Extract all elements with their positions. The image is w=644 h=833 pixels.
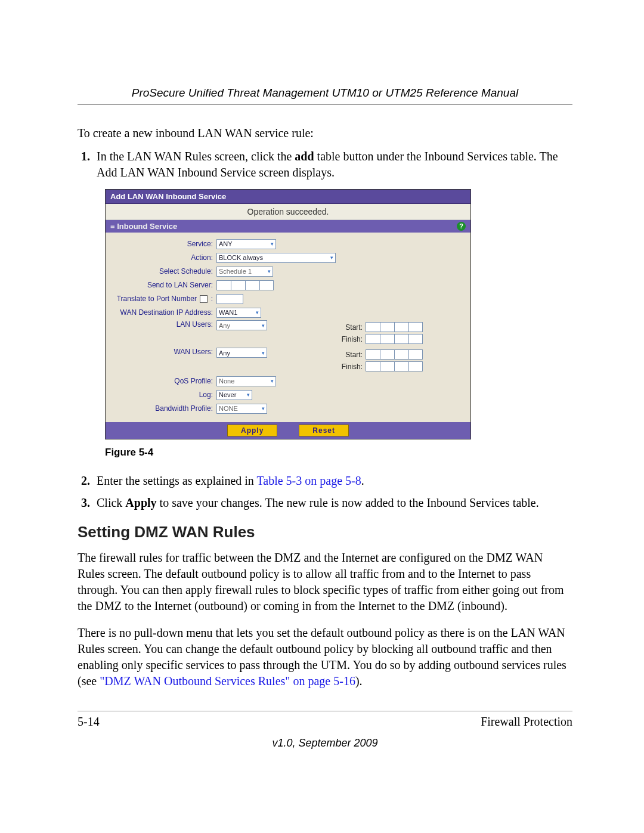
step2-pre: Enter the settings as explained in — [97, 474, 256, 487]
para-2: There is no pull-down menu that lets you… — [78, 625, 572, 689]
running-header: ProSecure Unified Threat Management UTM1… — [78, 86, 572, 100]
step-3: Click Apply to save your changes. The ne… — [93, 495, 572, 511]
step3-bold: Apply — [125, 496, 156, 509]
label-wan-dest: WAN Destination IP Address: — [112, 308, 216, 317]
select-lan-users[interactable]: Any▾ — [216, 320, 267, 330]
checkbox-translate[interactable] — [200, 295, 208, 303]
version-line: v1.0, September 2009 — [78, 737, 572, 750]
label-action: Action: — [112, 253, 216, 262]
select-log[interactable]: Never▾ — [216, 390, 252, 400]
input-translate-port[interactable] — [216, 294, 243, 304]
label-wan-users: WAN Users: — [112, 348, 216, 356]
steps-list: In the LAN WAN Rules screen, click the a… — [78, 148, 572, 181]
select-wan-dest[interactable]: WAN1▾ — [216, 308, 261, 318]
input-wan-finish-ip[interactable] — [366, 361, 423, 371]
label-qos: QoS Profile: — [112, 377, 216, 385]
input-wan-start-ip[interactable] — [366, 349, 423, 360]
section-header: ≡ Inbound Service ? — [106, 220, 470, 233]
form-body: Service: ANY▾ Action: BLOCK always▾ Sele… — [106, 233, 470, 422]
steps-list-cont: Enter the settings as explained in Table… — [78, 473, 572, 511]
chevron-down-icon: ▾ — [271, 241, 274, 247]
help-icon[interactable]: ? — [457, 222, 466, 231]
chapter-label: Firewall Protection — [481, 715, 572, 729]
section-heading: Setting DMZ WAN Rules — [78, 523, 572, 541]
label-translate: Translate to Port Number : — [112, 295, 216, 303]
chevron-down-icon: ▾ — [262, 323, 265, 329]
figure-add-lan-wan-inbound: Add LAN WAN Inbound Service Operation su… — [105, 189, 471, 439]
button-bar: Apply Reset — [106, 422, 470, 439]
para-1: The firewall rules for traffic between t… — [78, 550, 572, 614]
chevron-down-icon: ▾ — [262, 350, 265, 356]
input-lan-finish-ip[interactable] — [366, 334, 423, 344]
input-lan-start-ip[interactable] — [366, 322, 423, 332]
page-number: 5-14 — [78, 715, 100, 729]
step3-post: to save your changes. The new rule is no… — [157, 496, 539, 509]
label-bandwidth: Bandwidth Profile: — [112, 404, 216, 413]
step-2: Enter the settings as explained in Table… — [93, 473, 572, 489]
chevron-down-icon: ▾ — [247, 392, 250, 398]
step-1: In the LAN WAN Rules screen, click the a… — [93, 148, 572, 181]
select-schedule[interactable]: Schedule 1▾ — [216, 267, 273, 277]
label-wan-finish: Finish: — [336, 363, 366, 371]
chevron-down-icon: ▾ — [256, 309, 259, 315]
step3-pre: Click — [97, 496, 125, 509]
chevron-down-icon: ▾ — [268, 268, 271, 274]
intro-text: To create a new inbound LAN WAN service … — [78, 126, 572, 140]
footer-rule — [78, 711, 572, 711]
label-service: Service: — [112, 240, 216, 248]
label-send-lan: Send to LAN Server: — [112, 281, 216, 289]
label-log: Log: — [112, 391, 216, 399]
figure-caption: Figure 5-4 — [105, 447, 572, 459]
xref-table-5-3[interactable]: Table 5-3 on page 5-8 — [256, 474, 361, 487]
para2-post: ). — [355, 674, 363, 688]
step2-post: . — [361, 474, 364, 487]
step1-bold: add — [295, 150, 314, 163]
reset-button[interactable]: Reset — [299, 425, 349, 436]
select-bandwidth[interactable]: NONE▾ — [216, 404, 267, 414]
select-service[interactable]: ANY▾ — [216, 239, 276, 249]
label-schedule: Select Schedule: — [112, 267, 216, 275]
label-wan-start: Start: — [336, 351, 366, 359]
chevron-down-icon: ▾ — [271, 378, 274, 384]
select-qos[interactable]: None▾ — [216, 376, 276, 386]
select-wan-users[interactable]: Any▾ — [216, 348, 267, 358]
label-lan-users: LAN Users: — [112, 320, 216, 329]
apply-button[interactable]: Apply — [227, 425, 277, 436]
header-rule — [78, 104, 572, 105]
chevron-down-icon: ▾ — [330, 255, 333, 261]
xref-dmz-wan-outbound[interactable]: "DMZ WAN Outbound Services Rules" on pag… — [100, 674, 355, 688]
input-send-lan-ip[interactable] — [216, 280, 274, 290]
section-title-text: ≡ Inbound Service — [110, 222, 177, 231]
status-message: Operation succeeded. — [106, 204, 470, 220]
label-lan-finish: Finish: — [336, 335, 366, 343]
step1-pre: In the LAN WAN Rules screen, click the — [97, 150, 295, 163]
footer: 5-14 Firewall Protection — [78, 715, 572, 729]
window-title: Add LAN WAN Inbound Service — [106, 190, 470, 204]
label-lan-start: Start: — [336, 323, 366, 332]
chevron-down-icon: ▾ — [262, 405, 265, 411]
select-action[interactable]: BLOCK always▾ — [216, 253, 336, 263]
